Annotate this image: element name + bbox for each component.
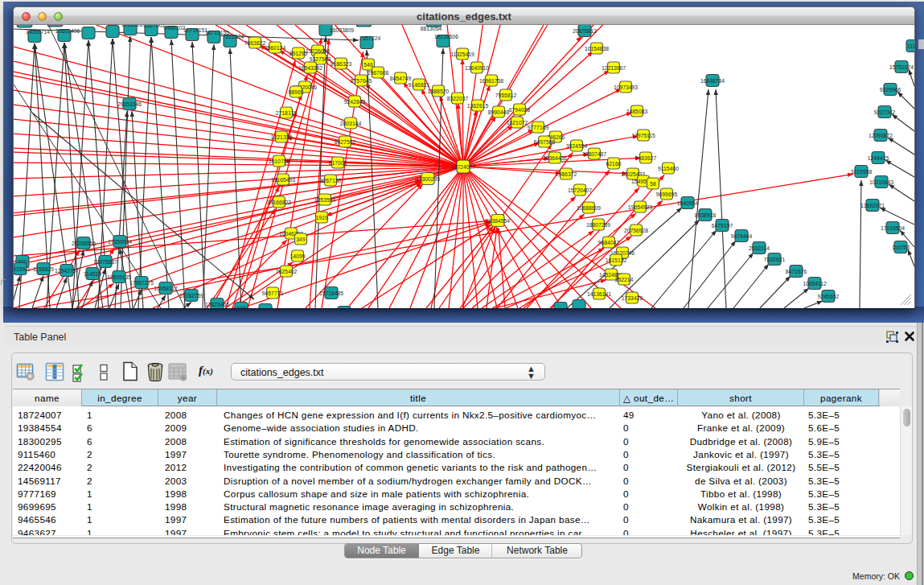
svg-text:349: 349 (296, 237, 306, 242)
svg-text:1112: 1112 (907, 43, 914, 49)
svg-text:98965: 98965 (289, 89, 304, 95)
svg-text:9457771: 9457771 (262, 290, 284, 296)
svg-text:6497568: 6497568 (534, 139, 556, 145)
svg-text:16543342: 16543342 (298, 65, 322, 71)
svg-text:13692971: 13692971 (860, 203, 885, 208)
svg-text:817006: 817006 (329, 160, 347, 166)
svg-text:16033809: 16033809 (330, 27, 354, 33)
svg-text:8186323: 8186323 (331, 61, 352, 67)
svg-text:2933114: 2933114 (749, 245, 770, 251)
svg-text:39159-1: 39159-1 (14, 266, 31, 272)
svg-text:10973493: 10973493 (614, 84, 638, 90)
svg-text:8322037: 8322037 (447, 96, 469, 101)
svg-text:19654923: 19654923 (628, 204, 652, 210)
svg-text:7632621: 7632621 (764, 257, 786, 262)
svg-text:8454749: 8454749 (390, 76, 412, 81)
svg-text:14136141: 14136141 (587, 291, 611, 297)
svg-text:1010755: 1010755 (269, 159, 290, 164)
svg-text:10654112: 10654112 (803, 281, 827, 286)
svg-text:58: 58 (650, 181, 656, 187)
svg-text:20206556: 20206556 (72, 241, 96, 246)
svg-text:1588520: 1588520 (428, 89, 450, 94)
svg-text:2967608: 2967608 (368, 70, 389, 76)
svg-text:9115460: 9115460 (658, 166, 679, 171)
svg-text:1615132: 1615132 (606, 257, 627, 263)
svg-text:20756928: 20756928 (624, 228, 648, 233)
svg-text:1156829: 1156829 (33, 266, 54, 272)
svg-text:15720407: 15720407 (568, 187, 592, 193)
svg-text:19166822: 19166822 (267, 200, 291, 205)
svg-text:7485083: 7485083 (626, 109, 648, 114)
svg-text:18724007: 18724007 (451, 164, 475, 170)
svg-text:1244415: 1244415 (868, 155, 889, 161)
svg-text:13640910: 13640910 (465, 65, 489, 71)
svg-text:8938918: 8938918 (695, 212, 717, 218)
svg-text:19165493: 19165493 (271, 177, 295, 183)
svg-text:3824554: 3824554 (566, 143, 588, 149)
svg-text:17359934: 17359934 (108, 239, 132, 245)
svg-text:2718176: 2718176 (276, 110, 298, 116)
svg-text:9327503: 9327503 (310, 56, 331, 62)
svg-text:3215958: 3215958 (851, 169, 873, 175)
svg-text:10653267: 10653267 (121, 25, 146, 27)
svg-text:8990448: 8990448 (488, 109, 510, 115)
svg-text:12975115: 12975115 (631, 133, 655, 138)
svg-text:9777169: 9777169 (528, 125, 549, 130)
svg-text:10807487: 10807487 (582, 151, 606, 157)
svg-text:13975887: 13975887 (93, 259, 117, 265)
svg-text:20691406: 20691406 (55, 28, 80, 34)
svg-text:14055714: 14055714 (26, 29, 50, 35)
svg-text:1353594: 1353594 (314, 197, 336, 203)
svg-text:9699695: 9699695 (656, 192, 678, 197)
svg-text:9227342: 9227342 (874, 109, 896, 115)
svg-text:10719151: 10719151 (183, 27, 207, 33)
svg-text:16782759: 16782759 (179, 293, 203, 299)
svg-text:12093872: 12093872 (869, 133, 893, 138)
svg-text:9463627: 9463627 (635, 155, 657, 161)
svg-text:2803144: 2803144 (340, 121, 362, 126)
svg-text:116753: 116753 (892, 245, 910, 250)
svg-text:19384554: 19384554 (486, 218, 510, 224)
svg-text:8757645: 8757645 (351, 78, 372, 84)
svg-text:16648784: 16648784 (700, 78, 725, 84)
svg-text:1221336: 1221336 (271, 134, 293, 140)
svg-text:6466102: 6466102 (164, 25, 186, 31)
svg-text:1527602: 1527602 (144, 25, 166, 28)
svg-text:128: 128 (236, 306, 246, 308)
svg-text:7515524: 7515524 (223, 34, 244, 39)
svg-text:7663822: 7663822 (244, 40, 266, 46)
svg-text:8813054: 8813054 (421, 26, 442, 31)
svg-text:17016504: 17016504 (881, 225, 905, 231)
svg-text:1362615: 1362615 (467, 103, 489, 109)
svg-text:1733426: 1733426 (622, 295, 643, 301)
svg-text:10688609: 10688609 (577, 205, 601, 211)
svg-text:15716485: 15716485 (319, 290, 343, 296)
svg-text:10210643: 10210643 (869, 179, 893, 185)
svg-text:18300295: 18300295 (416, 176, 440, 182)
svg-text:16961758: 16961758 (479, 78, 503, 84)
svg-text:12213967: 12213967 (602, 65, 626, 71)
svg-text:9146821: 9146821 (409, 82, 430, 88)
svg-text:8471676: 8471676 (786, 269, 807, 274)
svg-text:1919: 1919 (315, 215, 327, 220)
svg-text:9245652: 9245652 (818, 294, 840, 299)
svg-text:10958117: 10958117 (154, 286, 178, 291)
svg-text:9684047: 9684047 (598, 240, 620, 245)
svg-text:62160: 62160 (606, 161, 622, 167)
svg-text:15751074: 15751074 (889, 64, 914, 70)
svg-text:10154838: 10154838 (585, 46, 609, 51)
svg-text:6479197: 6479197 (712, 223, 733, 229)
svg-text:18807289: 18807289 (586, 222, 610, 228)
svg-text:7955812: 7955812 (495, 93, 517, 98)
svg-text:114519: 114519 (84, 271, 101, 277)
svg-text:17957275: 17957275 (129, 280, 154, 286)
svg-text:9329966: 9329966 (880, 87, 901, 93)
svg-text:7357224: 7357224 (359, 35, 381, 41)
svg-text:8427552: 8427552 (335, 139, 356, 145)
svg-text:1621072: 1621072 (507, 120, 528, 126)
svg-text:12823465: 12823465 (205, 302, 229, 307)
svg-text:2986372: 2986372 (556, 171, 577, 177)
svg-text:9242848: 9242848 (344, 99, 366, 105)
svg-text:11325419: 11325419 (450, 51, 474, 57)
svg-text:19218506: 19218506 (434, 34, 458, 39)
